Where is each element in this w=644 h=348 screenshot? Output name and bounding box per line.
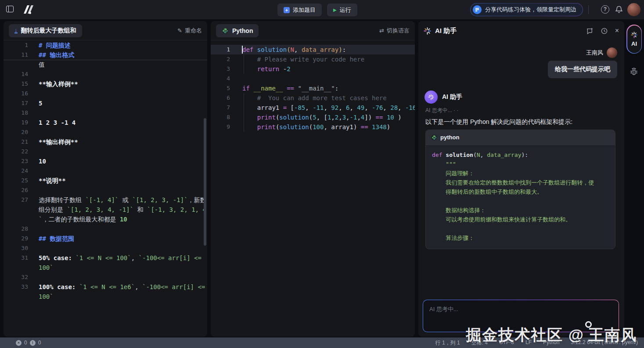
- md-sticky-rows: 1# 问题描述11## 输出格式: [4, 40, 207, 60]
- close-icon[interactable]: ×: [615, 27, 619, 34]
- status-item[interactable]: UTF-8: [499, 339, 514, 347]
- md-line[interactable]: 16: [4, 89, 207, 98]
- md-line[interactable]: 15**输入样例**: [4, 79, 207, 89]
- problem-panel: ↓ 翻转后最大子数组和 ✎ 重命名 1# 问题描述11## 输出格式 值1415…: [4, 21, 207, 337]
- code-line[interactable]: 4: [211, 74, 415, 83]
- problem-tab[interactable]: ↓ 翻转后最大子数组和: [9, 24, 82, 37]
- code-line[interactable]: 8 print(solution(5, [1,2,3,-1,4]) == 10 …: [211, 112, 415, 122]
- md-line[interactable]: 28: [4, 224, 207, 234]
- ai-code-line: [432, 196, 613, 206]
- notifications-bell-icon[interactable]: [615, 5, 623, 15]
- line-number: 17: [4, 98, 28, 108]
- ai-avatar-icon: [425, 91, 438, 104]
- md-line[interactable]: 22: [4, 147, 207, 156]
- warnings-count: 0: [38, 340, 41, 346]
- md-line[interactable]: 21**输出样例**: [4, 137, 207, 147]
- side-rail: AI: [624, 21, 644, 337]
- line-number: 14: [4, 69, 28, 79]
- line-number: 19: [4, 118, 28, 127]
- line-number: 2: [211, 54, 230, 64]
- sparkle-icon: [424, 27, 431, 35]
- language-tab-python[interactable]: Python: [216, 24, 259, 37]
- md-line[interactable]: 24: [4, 166, 207, 176]
- add-file-icon: +: [284, 7, 290, 13]
- line-number: 23: [4, 156, 28, 166]
- code-line[interactable]: 2 # Please write your code here: [211, 54, 415, 64]
- chat-input[interactable]: [423, 300, 619, 332]
- md-line[interactable]: 1# 问题描述: [4, 40, 207, 50]
- code-line[interactable]: 6 # You can add more test cases here: [211, 93, 415, 103]
- python-icon: [431, 134, 437, 141]
- md-line[interactable]: 30: [4, 243, 207, 253]
- user-avatar[interactable]: [627, 3, 640, 16]
- md-line[interactable]: `，二者的子数组最大和都是 10: [4, 214, 207, 224]
- status-item[interactable]: LF: [525, 339, 532, 347]
- code-line[interactable]: 7 array1 = [-85, -11, 92, 6, 49, -76, 28…: [211, 103, 415, 112]
- md-line[interactable]: 18: [4, 108, 207, 118]
- code-line[interactable]: 1def solution(N, data_array):: [211, 45, 415, 54]
- add-problem-button[interactable]: + 添加题目: [277, 4, 322, 16]
- add-problem-label: 添加题目: [293, 6, 316, 14]
- line-number: 1: [4, 40, 28, 50]
- markdown-editor[interactable]: 1# 问题描述11## 输出格式 值1415**输入样例**1617518191…: [4, 40, 207, 337]
- md-line[interactable]: 26: [4, 185, 207, 195]
- code-line[interactable]: 9 print(solution(100, array1) == 1348): [211, 122, 415, 132]
- md-line[interactable]: 191 2 3 -1 4: [4, 118, 207, 127]
- md-line[interactable]: 25**说明**: [4, 176, 207, 185]
- rename-button[interactable]: ✎ 重命名: [177, 27, 202, 35]
- ai-code-block: python def solution(N, data_array): """ …: [425, 130, 615, 249]
- md-line[interactable]: 3150% case: `1 <= N <= 100`, `-100<= arr…: [4, 253, 207, 263]
- app-window: + 添加题目 ▶ 运行 分享代码练习体验，领限量定制周边 ? ↓ 翻转后最大子数…: [0, 0, 644, 348]
- md-line[interactable]: 29## 数据范围: [4, 234, 207, 243]
- switch-language-label: 切换语言: [387, 27, 410, 35]
- problem-title: 翻转后最大子数组和: [21, 27, 76, 35]
- new-chat-icon[interactable]: [586, 27, 594, 35]
- md-line[interactable]: 175: [4, 98, 207, 108]
- status-item[interactable]: 空格: 4: [471, 339, 488, 347]
- download-icon: ↓: [14, 28, 18, 33]
- warnings-icon[interactable]: !: [30, 340, 36, 346]
- md-line[interactable]: 11## 输出格式: [4, 50, 207, 60]
- line-number: 21: [4, 137, 28, 147]
- status-item[interactable]: Python: [543, 339, 559, 347]
- status-item[interactable]: 3.12.2 64-bit ('shims': pyenv): [571, 339, 638, 347]
- markdown-scrollbar[interactable]: [204, 118, 206, 246]
- md-line[interactable]: 33100% case: `1 <= N <= 1e6`, `-100<= ar…: [4, 282, 207, 292]
- code-block-header[interactable]: python: [426, 130, 615, 145]
- switch-arrows-icon: ⇄: [379, 27, 384, 34]
- errors-icon[interactable]: ×: [16, 340, 22, 346]
- ai-name: AI 助手: [442, 93, 462, 101]
- md-line[interactable]: 组分别是 `[1, 2, 3, 4, -1]` 和 `[-1, 3, 2, 1,…: [4, 205, 207, 214]
- app-logo-icon[interactable]: [21, 4, 35, 15]
- ai-assistant-panel: AI 助手 × 王南风 给我一些代码提示吧 AI 助手 AI 思考中..: [418, 21, 624, 337]
- history-icon[interactable]: [601, 27, 608, 35]
- switch-language-button[interactable]: ⇄ 切换语言: [379, 27, 410, 35]
- user-message-bubble[interactable]: 给我一些代码提示吧: [548, 61, 617, 78]
- status-item[interactable]: 行 1，列 1: [435, 339, 460, 347]
- debug-bug-icon[interactable]: [629, 67, 639, 78]
- code-block-lang: python: [440, 134, 459, 141]
- md-line[interactable]: 20: [4, 127, 207, 137]
- rail-ai-assistant-button[interactable]: AI: [626, 25, 642, 54]
- code-block-body: def solution(N, data_array): """ 问题理解： 我…: [426, 145, 615, 249]
- md-line[interactable]: 值: [4, 60, 207, 69]
- run-button[interactable]: ▶ 运行: [327, 4, 357, 16]
- md-line[interactable]: 32: [4, 272, 207, 282]
- ai-panel-header: AI 助手 ×: [418, 21, 624, 40]
- md-line[interactable]: 100`: [4, 292, 207, 301]
- md-rows: 值1415**输入样例**1617518191 2 3 -1 42021**输出…: [4, 60, 207, 301]
- indent-guide: [244, 54, 244, 64]
- sidebar-toggle-icon[interactable]: [6, 6, 14, 12]
- md-line[interactable]: 14: [4, 69, 207, 79]
- indent-guide: [244, 103, 244, 112]
- code-editor[interactable]: 1def solution(N, data_array):2 # Please …: [211, 40, 415, 337]
- md-line[interactable]: 100`: [4, 263, 207, 272]
- help-icon[interactable]: ?: [601, 5, 609, 14]
- code-line[interactable]: 5if __name__ == "__main__":: [211, 83, 415, 93]
- ai-code-line: """: [432, 160, 613, 169]
- md-line[interactable]: 2310: [4, 156, 207, 166]
- md-line[interactable]: 27选择翻转子数组 `[-1, 4]` 或 `[1, 2, 3, -1]`，新数: [4, 195, 207, 205]
- code-line[interactable]: 3 return -2: [211, 64, 415, 74]
- line-number: 30: [4, 243, 28, 253]
- promo-banner[interactable]: 分享代码练习体验，领限量定制周边: [470, 3, 583, 16]
